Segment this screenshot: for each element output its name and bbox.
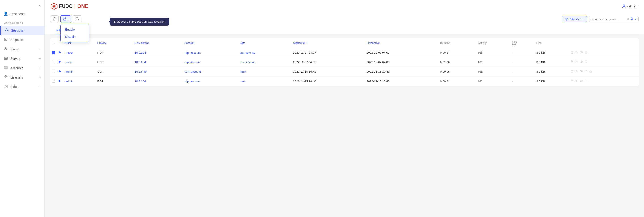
search-icon[interactable] — [630, 17, 634, 21]
play-button[interactable] — [59, 80, 61, 83]
table-header: User Protocol Dst Address Account Safe S… — [50, 38, 639, 48]
col-size: Size — [534, 38, 568, 48]
col-dst-address: Dst Address — [133, 38, 183, 48]
table-row: t-userRDP10.0.234rdp_accounttest-safe-wc… — [50, 57, 639, 67]
row-account[interactable]: rdp_account — [183, 76, 238, 86]
lock-action-icon[interactable] — [570, 60, 573, 64]
col-time-limit: Timelimit — [510, 38, 534, 48]
action-icons — [570, 60, 637, 64]
row-user[interactable]: t-user — [64, 48, 96, 57]
listeners-icon — [4, 75, 8, 80]
row-started-at: 2022-12-07 04:07 — [291, 48, 365, 57]
eye-action-icon[interactable] — [580, 80, 583, 83]
retention-button[interactable]: ▾ — [60, 16, 71, 23]
search-clear-icon[interactable]: ✕ — [626, 18, 629, 21]
row-checkbox[interactable] — [52, 60, 55, 63]
select-all-checkbox[interactable] — [52, 41, 55, 44]
toolbar-area: ▾ Enable Disable Enable or disable sessi… — [45, 13, 644, 34]
col-safe: Safe — [238, 38, 291, 48]
row-checkbox[interactable]: ✓ — [52, 51, 55, 54]
add-filter-chevron-icon: ▾ — [582, 18, 584, 20]
disable-option[interactable]: Disable — [60, 33, 89, 40]
row-checkbox[interactable] — [52, 70, 55, 73]
sidebar-item-servers[interactable]: Servers + — [0, 54, 44, 63]
sidebar-item-listeners[interactable]: Listeners + — [0, 73, 44, 82]
folder-action-icon[interactable] — [584, 70, 588, 74]
svg-point-10 — [5, 59, 5, 59]
lock-action-icon[interactable] — [570, 51, 573, 54]
row-duration: 0:00:05 — [438, 67, 476, 76]
sidebar-collapse-button[interactable]: « — [39, 4, 41, 8]
add-filter-button[interactable]: Add filter ▾ — [562, 16, 587, 22]
play-button[interactable] — [59, 70, 61, 74]
row-activity: 0% — [476, 76, 510, 86]
row-account[interactable]: rdp_account — [183, 57, 238, 67]
play-action-icon[interactable] — [575, 60, 578, 64]
col-activity: Activity — [476, 38, 510, 48]
row-dst-address[interactable]: 10.0.234 — [133, 57, 183, 67]
search-input[interactable] — [592, 18, 625, 21]
sidebar-item-sessions[interactable]: Sessions — [0, 26, 44, 35]
row-started-at: 2022-11-15 10:40 — [291, 76, 365, 86]
logo-separator: | — [74, 3, 76, 9]
table-body: ✓t-userRDP10.0.234rdp_accounttest-safe-w… — [50, 48, 639, 86]
enable-option[interactable]: Enable — [60, 26, 89, 33]
lock-action-icon[interactable] — [570, 80, 573, 83]
row-safe[interactable]: test-safe-wc — [238, 48, 291, 57]
svg-point-5 — [5, 48, 6, 48]
sidebar-item-accounts[interactable]: Accounts + — [0, 63, 44, 73]
safes-icon — [4, 84, 8, 89]
play-button[interactable] — [59, 51, 61, 54]
row-dst-address[interactable]: 10.0.234 — [133, 76, 183, 86]
row-safe[interactable]: test-safe-wc — [238, 57, 291, 67]
safes-plus-icon[interactable]: + — [38, 84, 41, 89]
row-safe[interactable]: main — [238, 67, 291, 76]
row-checkbox[interactable] — [52, 79, 55, 82]
servers-plus-icon[interactable]: + — [38, 56, 41, 61]
play-action-icon[interactable] — [575, 80, 578, 83]
play-action-icon[interactable] — [575, 70, 578, 74]
row-user[interactable]: admin — [64, 67, 96, 76]
play-action-icon[interactable] — [575, 51, 578, 54]
row-dst-address[interactable]: 10.0.234 — [133, 48, 183, 57]
row-account[interactable]: ssh_account — [183, 67, 238, 76]
eye-action-icon[interactable] — [580, 51, 583, 54]
retention-chevron-icon: ▾ — [67, 18, 69, 21]
sidebar-item-requests[interactable]: Requests — [0, 35, 44, 44]
svg-marker-26 — [576, 51, 578, 54]
col-started-at[interactable]: Started at ▼ — [291, 38, 365, 48]
delete-button[interactable] — [50, 16, 58, 23]
share-action-icon[interactable] — [589, 70, 592, 74]
svg-point-20 — [623, 5, 625, 6]
share-action-icon[interactable] — [584, 51, 588, 54]
row-user[interactable]: admin — [64, 76, 96, 86]
row-safe[interactable]: main — [238, 76, 291, 86]
search-dropdown-icon[interactable]: ▾ — [635, 18, 636, 20]
cloud-button[interactable] — [73, 16, 82, 23]
users-plus-icon[interactable]: + — [38, 47, 41, 52]
lock-icon — [63, 17, 66, 21]
row-started-at: 2022-11-15 10:41 — [291, 67, 365, 76]
sidebar-item-safes[interactable]: Safes + — [0, 82, 44, 92]
row-user[interactable]: t-user — [64, 57, 96, 67]
eye-action-icon[interactable] — [580, 70, 583, 74]
play-button[interactable] — [59, 60, 61, 64]
lock-action-icon[interactable] — [570, 70, 573, 74]
row-account[interactable]: rdp_account — [183, 48, 238, 57]
listeners-plus-icon[interactable]: + — [38, 75, 41, 80]
topbar-right: admin ▾ — [622, 4, 639, 8]
col-account: Account — [183, 38, 238, 48]
eye-action-icon[interactable] — [580, 60, 583, 64]
row-dst-address[interactable]: 10.0.8.80 — [133, 67, 183, 76]
tooltip-bubble: Enable or disable session data retention — [110, 18, 169, 26]
sidebar-item-users[interactable]: Users + — [0, 44, 44, 54]
share-action-icon[interactable] — [584, 60, 588, 64]
user-menu[interactable]: admin ▾ — [622, 4, 639, 8]
table-wrap: User Protocol Dst Address Account Safe S… — [45, 34, 644, 217]
sidebar-item-dashboard[interactable]: 👤 Dashboard — [0, 10, 44, 18]
share-action-icon[interactable] — [584, 80, 588, 83]
col-checkbox — [50, 38, 57, 48]
accounts-plus-icon[interactable]: + — [38, 66, 41, 70]
requests-icon — [4, 37, 8, 42]
row-actions-cell — [569, 76, 639, 86]
